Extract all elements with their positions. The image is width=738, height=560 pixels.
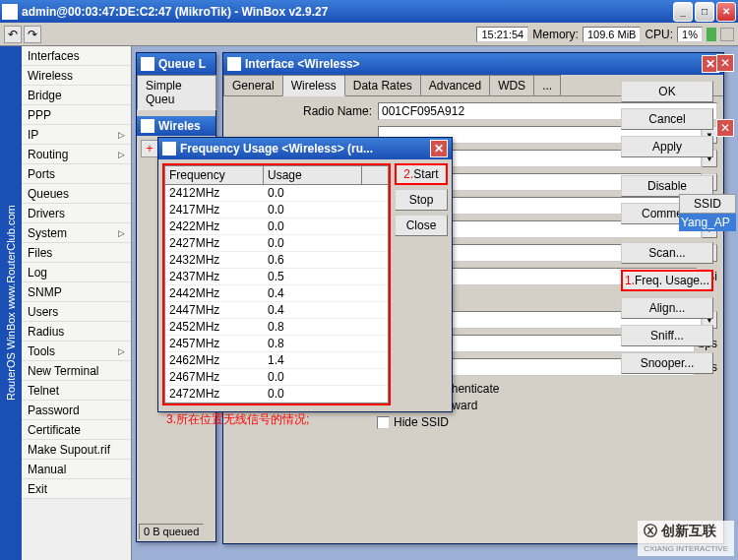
- main-toolbar: ↶ ↷ 15:21:54 Memory: 109.6 MiB CPU: 1%: [0, 23, 738, 46]
- table-row[interactable]: 2437MHz0.5: [165, 269, 388, 285]
- menu-item-log[interactable]: Log: [22, 263, 131, 282]
- add-button[interactable]: +: [141, 140, 158, 157]
- tab-advanced[interactable]: Advanced: [420, 75, 490, 95]
- app-icon: [2, 4, 18, 20]
- menu-item-routing[interactable]: Routing▷: [22, 145, 131, 164]
- menu-item-tools[interactable]: Tools▷: [22, 342, 131, 361]
- workspace: Queue L Simple Queu Wireles + − 0 B queu…: [132, 46, 738, 560]
- col-frequency[interactable]: Frequency: [165, 166, 264, 184]
- freq-stop-button[interactable]: Stop: [395, 189, 448, 211]
- annotation-1: 1.: [625, 274, 635, 287]
- tab-data-rates[interactable]: Data Rates: [344, 75, 421, 95]
- ap-item[interactable]: Yang_AP: [679, 214, 736, 231]
- tab--[interactable]: ...: [533, 75, 561, 95]
- table-row[interactable]: 2417MHz0.0: [165, 202, 388, 218]
- queue-status: 0 B queued: [139, 524, 204, 539]
- table-row[interactable]: 2462MHz1.4: [165, 352, 388, 369]
- menu-item-password[interactable]: Password: [22, 401, 131, 420]
- maximize-button[interactable]: □: [695, 2, 714, 22]
- menu-item-users[interactable]: Users: [22, 302, 131, 322]
- table-row[interactable]: 2457MHz0.8: [165, 336, 388, 352]
- table-row[interactable]: 2467MHz0.0: [165, 369, 388, 386]
- menu-item-new-terminal[interactable]: New Terminal: [22, 361, 131, 381]
- cpu-label: CPU:: [645, 28, 673, 41]
- undo-button[interactable]: ↶: [4, 26, 22, 43]
- interface-title: Interface <Wireless>: [245, 57, 702, 71]
- main-title: admin@00:03:47:DE:C2:47 (MikroTik) - Win…: [22, 5, 673, 19]
- freq-start-button[interactable]: 2.Start: [395, 163, 448, 185]
- tab-wds[interactable]: WDS: [489, 75, 534, 95]
- window-icon: [162, 142, 176, 156]
- annotation-2: 2.: [403, 167, 413, 181]
- ok-button[interactable]: OK: [621, 81, 713, 102]
- main-titlebar: admin@00:03:47:DE:C2:47 (MikroTik) - Win…: [0, 0, 738, 23]
- redo-button[interactable]: ↷: [24, 26, 41, 43]
- tab-general[interactable]: General: [223, 75, 283, 95]
- chevron-right-icon: ▷: [118, 346, 125, 356]
- menu-item-manual[interactable]: Manual: [22, 460, 131, 479]
- window-icon: [141, 119, 154, 133]
- snooper-button[interactable]: Snooper...: [621, 352, 713, 374]
- status-cpu: 1%: [677, 27, 703, 42]
- wireless-subtitle: Wireles: [158, 119, 201, 133]
- table-row[interactable]: 2472MHz0.0: [165, 386, 388, 403]
- tab-simple-queues[interactable]: Simple Queu: [137, 75, 216, 110]
- menu-item-ppp[interactable]: PPP: [22, 105, 131, 125]
- ap-list: SSID Yang_AP: [679, 194, 736, 231]
- menu-item-interfaces[interactable]: Interfaces: [22, 46, 131, 66]
- menu-item-drivers[interactable]: Drivers: [22, 204, 131, 223]
- menu-item-exit[interactable]: Exit: [22, 479, 131, 499]
- watermark: ⓧ 创新互联 CXIANG INTERACTIVE: [638, 521, 734, 556]
- status-time: 15:21:54: [476, 27, 528, 42]
- annotation-3: 3.所在位置无线信号的情况;: [166, 411, 391, 428]
- left-menu: InterfacesWirelessBridgePPPIP▷Routing▷Po…: [22, 46, 132, 560]
- menu-item-certificate[interactable]: Certificate: [22, 420, 131, 440]
- freq-title: Frequency Usage <Wireless> (ru...: [180, 142, 430, 156]
- scan-button[interactable]: Scan...: [621, 242, 713, 264]
- status-memory: 109.6 MiB: [583, 27, 642, 42]
- menu-item-ip[interactable]: IP▷: [22, 125, 131, 145]
- outer-close-button[interactable]: ✕: [716, 54, 734, 72]
- cancel-button[interactable]: Cancel: [621, 108, 713, 130]
- table-row[interactable]: 2447MHz0.4: [165, 302, 388, 319]
- memory-label: Memory:: [532, 28, 579, 41]
- menu-item-files[interactable]: Files: [22, 243, 131, 263]
- table-row[interactable]: 2432MHz0.6: [165, 252, 388, 269]
- apply-button[interactable]: Apply: [621, 136, 713, 157]
- menu-item-system[interactable]: System▷: [22, 223, 131, 243]
- menu-item-make-supout.rif[interactable]: Make Supout.rif: [22, 440, 131, 460]
- lock-icon: [720, 28, 734, 41]
- chevron-right-icon: ▷: [118, 228, 125, 238]
- chevron-right-icon: ▷: [118, 150, 125, 159]
- menu-item-snmp[interactable]: SNMP: [22, 282, 131, 302]
- align-button[interactable]: Align...: [621, 297, 713, 319]
- main-window: admin@00:03:47:DE:C2:47 (MikroTik) - Win…: [0, 0, 738, 560]
- chevron-right-icon: ▷: [118, 130, 125, 140]
- menu-item-queues[interactable]: Queues: [22, 184, 131, 204]
- side-label: RouterOS WinBox www.RouterClub.com: [0, 46, 22, 560]
- table-row[interactable]: 2422MHz0.0: [165, 218, 388, 235]
- freq-close-btn[interactable]: Close: [395, 215, 448, 236]
- outer-close-button-2[interactable]: ✕: [716, 119, 734, 137]
- table-row[interactable]: 2452MHz0.8: [165, 319, 388, 336]
- menu-item-wireless[interactable]: Wireless: [22, 66, 131, 86]
- window-icon: [227, 57, 241, 71]
- ssid-header[interactable]: SSID: [679, 194, 736, 214]
- menu-item-radius[interactable]: Radius: [22, 322, 131, 342]
- menu-item-ports[interactable]: Ports: [22, 164, 131, 184]
- close-button[interactable]: ✕: [716, 2, 736, 22]
- freq-usage-button[interactable]: 1.Freq. Usage...: [621, 270, 713, 291]
- tab-wireless[interactable]: Wireless: [282, 75, 345, 96]
- table-row[interactable]: 2442MHz0.4: [165, 285, 388, 302]
- activity-icon: [707, 28, 716, 41]
- radio-name-label: Radio Name:: [229, 104, 372, 118]
- menu-item-bridge[interactable]: Bridge: [22, 86, 131, 105]
- window-icon: [141, 57, 154, 71]
- col-usage[interactable]: Usage: [264, 166, 362, 184]
- freq-close-button[interactable]: ✕: [430, 140, 448, 157]
- sniff-button[interactable]: Sniff...: [621, 325, 713, 346]
- table-row[interactable]: 2412MHz0.0: [165, 185, 388, 202]
- menu-item-telnet[interactable]: Telnet: [22, 381, 131, 401]
- table-row[interactable]: 2427MHz0.0: [165, 235, 388, 252]
- minimize-button[interactable]: _: [673, 2, 693, 22]
